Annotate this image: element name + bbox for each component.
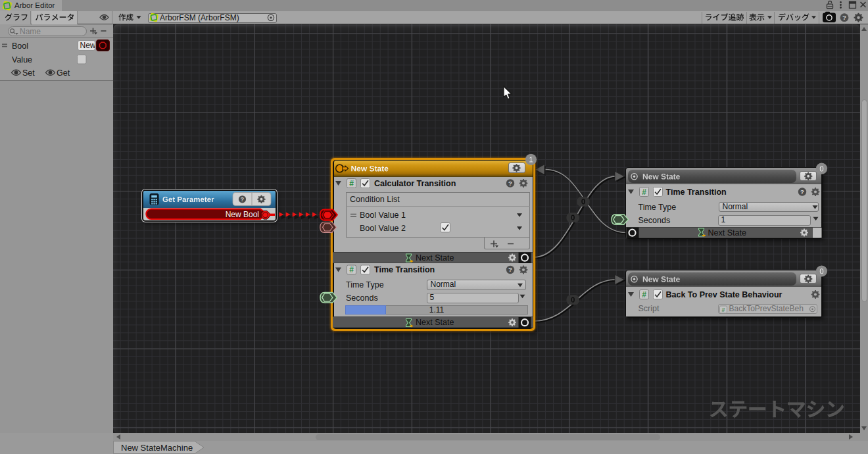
- svg-text:?: ?: [508, 266, 512, 273]
- svg-text:?: ?: [508, 179, 512, 186]
- svg-text:#: #: [642, 187, 646, 196]
- svg-text:?: ?: [800, 188, 804, 195]
- svg-text:#: #: [642, 290, 646, 299]
- svg-text:?: ?: [842, 14, 846, 21]
- svg-text:?: ?: [241, 196, 244, 203]
- svg-text:#: #: [349, 178, 354, 188]
- svg-text:#: #: [349, 265, 354, 274]
- svg-text:#: #: [721, 306, 725, 313]
